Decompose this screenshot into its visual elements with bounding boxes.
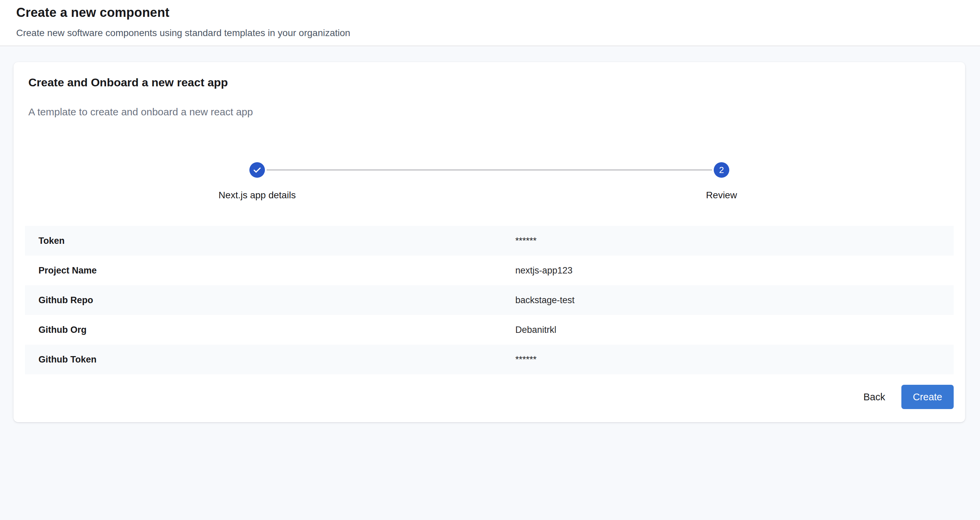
review-row-label: Token	[25, 236, 515, 246]
review-row-value: ******	[515, 236, 536, 246]
wizard-stepper: Next.js app details 2 Review	[25, 162, 954, 201]
review-row-value: ******	[515, 354, 536, 365]
step-review: 2 Review	[489, 162, 954, 201]
template-title: Create and Onboard a new react app	[29, 75, 954, 90]
step-connector-line	[267, 170, 712, 170]
review-row-github-repo: Github Repo backstage-test	[25, 285, 954, 315]
review-row-project-name: Project Name nextjs-app123	[25, 255, 954, 285]
template-subtitle: A template to create and onboard a new r…	[29, 105, 954, 119]
review-row-label: Github Repo	[25, 295, 515, 306]
step-nextjs-app-details: Next.js app details	[25, 162, 489, 201]
step-number: 2	[719, 166, 724, 174]
template-wizard-card: Create and Onboard a new react app A tem…	[13, 62, 965, 422]
review-row-label: Project Name	[25, 265, 515, 276]
review-row-github-token: Github Token ******	[25, 345, 954, 374]
check-icon	[252, 165, 262, 175]
wizard-actions: Back Create	[25, 385, 954, 409]
content-area: Create and Onboard a new react app A tem…	[0, 62, 980, 422]
step-label: Next.js app details	[219, 190, 296, 201]
review-row-label: Github Org	[25, 325, 515, 335]
review-row-value: nextjs-app123	[515, 265, 573, 276]
review-row-github-org: Github Org Debanitrkl	[25, 315, 954, 345]
page-header: Create a new component Create new softwa…	[0, 0, 980, 46]
page-title: Create a new component	[16, 5, 964, 20]
create-button[interactable]: Create	[901, 385, 954, 409]
step-completed-circle	[250, 162, 265, 178]
step-label: Review	[706, 190, 737, 201]
review-table: Token ****** Project Name nextjs-app123 …	[25, 226, 954, 374]
review-row-label: Github Token	[25, 354, 515, 365]
step-active-circle: 2	[714, 162, 729, 178]
back-button[interactable]: Back	[855, 385, 893, 409]
review-row-value: Debanitrkl	[515, 325, 557, 335]
page-subtitle: Create new software components using sta…	[16, 27, 964, 39]
review-row-value: backstage-test	[515, 295, 575, 306]
review-row-token: Token ******	[25, 226, 954, 255]
